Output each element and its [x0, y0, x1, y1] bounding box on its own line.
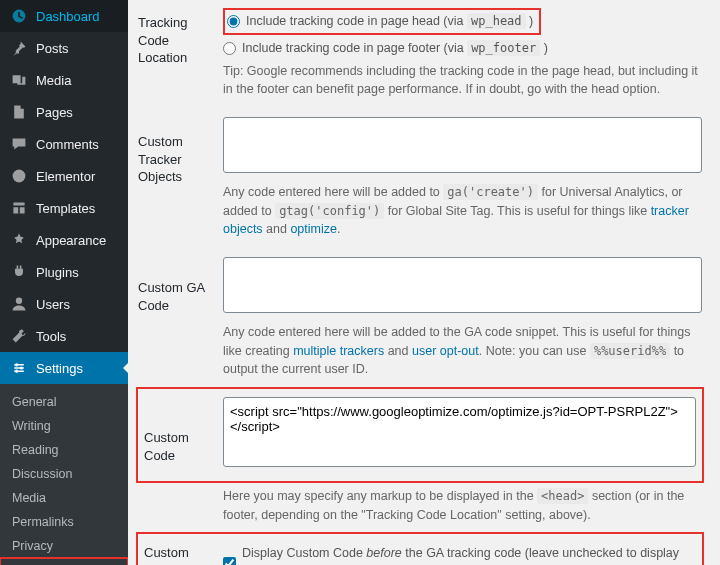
sidebar-item-label: Dashboard	[36, 9, 100, 24]
custom-tracker-desc: Any code entered here will be added to g…	[223, 183, 702, 239]
custom-code-label: Custom Code	[138, 389, 223, 481]
admin-sidebar: Dashboard Posts Media Pages Comments Ele…	[0, 0, 128, 565]
sidebar-item-label: Templates	[36, 201, 95, 216]
tracking-location-tip: Tip: Google recommends including the tra…	[223, 62, 702, 100]
sidebar-item-templates[interactable]: Templates	[0, 192, 128, 224]
optimize-link[interactable]: optimize	[290, 222, 337, 236]
sidebar-item-pages[interactable]: Pages	[0, 96, 128, 128]
sidebar-item-label: Appearance	[36, 233, 106, 248]
users-icon	[10, 295, 28, 313]
sidebar-item-label: Media	[36, 73, 71, 88]
custom-ga-desc: Any code entered here will be added to t…	[223, 323, 702, 379]
custom-code-location-label: Custom Code Location	[138, 534, 223, 565]
sidebar-item-label: Settings	[36, 361, 83, 376]
settings-icon	[10, 359, 28, 377]
submenu-item-media[interactable]: Media	[0, 486, 128, 510]
sidebar-item-label: Elementor	[36, 169, 95, 184]
submenu-item-reading[interactable]: Reading	[0, 438, 128, 462]
sidebar-item-appearance[interactable]: Appearance	[0, 224, 128, 256]
tracking-footer-option[interactable]: Include tracking code in page footer (vi…	[223, 39, 702, 58]
sidebar-item-label: Posts	[36, 41, 69, 56]
svg-point-0	[13, 170, 26, 183]
custom-code-location-checkbox[interactable]	[223, 557, 236, 566]
dashboard-icon	[10, 7, 28, 25]
sidebar-item-elementor[interactable]: Elementor	[0, 160, 128, 192]
sidebar-item-media[interactable]: Media	[0, 64, 128, 96]
submenu-item-general[interactable]: General	[0, 390, 128, 414]
sidebar-item-dashboard[interactable]: Dashboard	[0, 0, 128, 32]
user-optout-link[interactable]: user opt-out	[412, 344, 479, 358]
submenu-item-discussion[interactable]: Discussion	[0, 462, 128, 486]
sidebar-item-label: Comments	[36, 137, 99, 152]
settings-submenu: General Writing Reading Discussion Media…	[0, 384, 128, 565]
svg-point-4	[15, 370, 18, 373]
sidebar-item-label: Users	[36, 297, 70, 312]
tracking-head-text: Include tracking code in page head (via …	[246, 12, 533, 31]
svg-point-1	[16, 298, 22, 304]
custom-code-desc: Here you may specify any markup to be di…	[223, 487, 702, 525]
submenu-item-google-analytics[interactable]: Google Analytics	[0, 558, 128, 565]
custom-tracker-label: Custom Tracker Objects	[138, 109, 223, 249]
sidebar-item-comments[interactable]: Comments	[0, 128, 128, 160]
custom-ga-textarea[interactable]	[223, 257, 702, 313]
custom-ga-label: Custom GA Code	[138, 249, 223, 389]
media-icon	[10, 71, 28, 89]
elementor-icon	[10, 167, 28, 185]
pin-icon	[10, 39, 28, 57]
tracking-footer-radio[interactable]	[223, 42, 236, 55]
submenu-item-permalinks[interactable]: Permalinks	[0, 510, 128, 534]
tracking-location-label: Tracking Code Location	[138, 0, 223, 109]
custom-code-textarea[interactable]	[223, 397, 696, 467]
multiple-trackers-link[interactable]: multiple trackers	[293, 344, 384, 358]
sidebar-item-settings[interactable]: Settings	[0, 352, 128, 384]
sidebar-item-label: Pages	[36, 105, 73, 120]
tracking-footer-text: Include tracking code in page footer (vi…	[242, 39, 548, 58]
plugins-icon	[10, 263, 28, 281]
settings-panel: Tracking Code Location Include tracking …	[128, 0, 720, 565]
tools-icon	[10, 327, 28, 345]
svg-point-3	[20, 366, 23, 369]
sidebar-item-label: Tools	[36, 329, 66, 344]
pages-icon	[10, 103, 28, 121]
submenu-item-privacy[interactable]: Privacy	[0, 534, 128, 558]
custom-tracker-textarea[interactable]	[223, 117, 702, 173]
submenu-item-writing[interactable]: Writing	[0, 414, 128, 438]
custom-code-location-option[interactable]: Display Custom Code before the GA tracki…	[223, 544, 696, 565]
sidebar-item-posts[interactable]: Posts	[0, 32, 128, 64]
tracking-head-radio[interactable]	[227, 15, 240, 28]
sidebar-item-users[interactable]: Users	[0, 288, 128, 320]
templates-icon	[10, 199, 28, 217]
tracking-head-option[interactable]: Include tracking code in page head (via …	[223, 8, 541, 35]
svg-point-2	[15, 363, 18, 366]
comments-icon	[10, 135, 28, 153]
custom-code-location-text: Display Custom Code before the GA tracki…	[242, 544, 696, 565]
sidebar-item-tools[interactable]: Tools	[0, 320, 128, 352]
sidebar-item-label: Plugins	[36, 265, 79, 280]
sidebar-item-plugins[interactable]: Plugins	[0, 256, 128, 288]
appearance-icon	[10, 231, 28, 249]
